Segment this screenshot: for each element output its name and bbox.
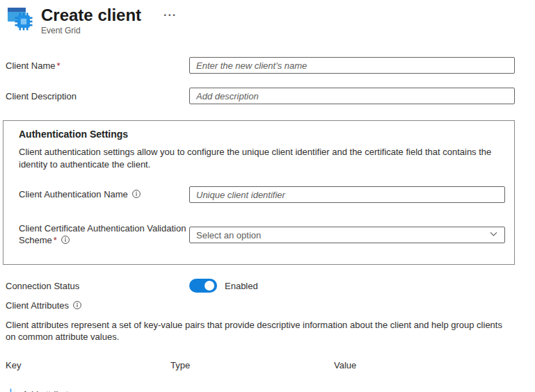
header: Create client ··· Event Grid [0, 0, 535, 35]
plus-icon [6, 388, 16, 392]
client-authentication-name-control [189, 186, 505, 203]
connection-status-state: Enabled [225, 281, 258, 291]
add-attribute-button[interactable]: Add attribute [6, 386, 74, 392]
client-name-label: Client Name* [6, 60, 189, 72]
cert-validation-scheme-row: Client Certificate Authentication Valida… [19, 222, 505, 247]
client-name-control [189, 57, 515, 74]
page-subtitle: Event Grid [41, 26, 179, 35]
info-icon[interactable] [72, 300, 82, 312]
toggle-knob [205, 281, 214, 291]
client-description-label: Client Description [6, 90, 189, 102]
authentication-settings-section: Authentication Settings Client authentic… [3, 120, 515, 265]
column-header-value: Value [334, 360, 515, 370]
chevron-down-icon [489, 229, 498, 240]
column-header-key: Key [6, 360, 170, 370]
event-grid-client-icon [7, 5, 35, 33]
client-name-label-text: Client Name [6, 60, 56, 71]
add-attribute-label: Add attribute [22, 389, 74, 392]
authentication-settings-title: Authentication Settings [19, 129, 505, 140]
header-text: Create client ··· Event Grid [41, 5, 179, 35]
cert-validation-scheme-control: Select an option [189, 227, 505, 243]
client-name-row: Client Name* [6, 57, 515, 74]
create-client-form: Client Name* Client Description Authenti… [0, 57, 535, 392]
required-asterisk: * [54, 235, 57, 245]
info-icon[interactable] [131, 189, 141, 202]
cert-validation-scheme-dropdown[interactable]: Select an option [189, 227, 505, 243]
cert-validation-scheme-label: Client Certificate Authentication Valida… [19, 222, 189, 247]
client-description-input[interactable] [189, 88, 515, 104]
client-authentication-name-label: Client Authentication Name [19, 188, 189, 202]
client-attributes-label: Client Attributes [6, 300, 69, 311]
client-description-row: Client Description [6, 88, 515, 104]
client-authentication-name-row: Client Authentication Name [19, 186, 505, 203]
client-attributes-label-row: Client Attributes [6, 300, 515, 312]
info-icon[interactable] [61, 235, 70, 247]
dropdown-selected-value: Select an option [196, 230, 261, 240]
connection-status-label: Connection Status [6, 280, 189, 292]
page-title: Create client [41, 6, 141, 24]
client-authentication-name-label-text: Client Authentication Name [19, 189, 128, 199]
more-options-button[interactable]: ··· [161, 8, 179, 22]
client-name-input[interactable] [189, 57, 515, 74]
connection-status-control: Enabled [189, 279, 515, 293]
connection-status-toggle[interactable] [189, 279, 217, 293]
client-description-control [189, 88, 515, 104]
column-header-type: Type [170, 360, 334, 370]
cert-validation-scheme-label-text: Client Certificate Authentication Valida… [19, 223, 186, 245]
authentication-settings-description: Client authentication settings allow you… [19, 146, 505, 171]
attributes-table-header: Key Type Value [6, 360, 515, 370]
client-authentication-name-input[interactable] [189, 186, 505, 203]
connection-status-row: Connection Status Enabled [6, 279, 515, 293]
required-asterisk: * [57, 60, 61, 71]
create-client-panel: Create client ··· Event Grid Client Name… [0, 0, 535, 392]
client-attributes-description: Client attributes represent a set of key… [6, 319, 504, 343]
